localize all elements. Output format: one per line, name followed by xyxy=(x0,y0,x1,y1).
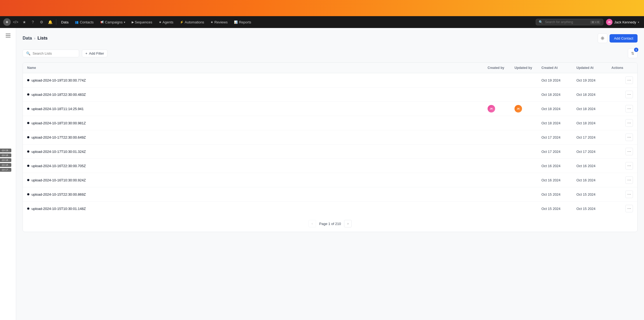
updated-at: Oct 15 2024 xyxy=(576,207,611,211)
actions-cell: ⋯ xyxy=(611,148,633,155)
created-at: Oct 17 2024 xyxy=(541,150,576,154)
header-actions: Add Contact xyxy=(598,33,638,43)
row-name: upload-2024-10-16T10:30:00.924Z xyxy=(27,178,488,182)
prev-page-button[interactable]: ‹ xyxy=(309,220,316,227)
more-actions-button[interactable]: ⋯ xyxy=(625,148,633,155)
search-lists-input[interactable] xyxy=(33,51,76,55)
edge-label-3: -10-18... xyxy=(0,158,11,162)
row-name: upload-2024-10-18T11:14:25.941 xyxy=(27,107,488,111)
more-actions-button[interactable]: ⋯ xyxy=(625,191,633,198)
nav-item-sequences[interactable]: ▶ Sequences xyxy=(129,19,155,25)
more-actions-button[interactable]: ⋯ xyxy=(625,105,633,112)
sidebar xyxy=(0,28,16,320)
table-row[interactable]: upload-2024-10-18T11:14:25.941JKJKOct 18… xyxy=(23,102,637,116)
more-actions-button[interactable]: ⋯ xyxy=(625,133,633,141)
actions-cell: ⋯ xyxy=(611,205,633,212)
bell-icon[interactable]: 🔔 xyxy=(46,18,54,26)
plus-button[interactable]: + xyxy=(3,18,11,26)
row-name: upload-2024-10-15T22:30:00.869Z xyxy=(27,192,488,196)
code-icon[interactable]: </> xyxy=(12,18,19,26)
sidebar-toggle[interactable] xyxy=(4,31,12,40)
more-actions-button[interactable]: ⋯ xyxy=(625,76,633,84)
created-at: Oct 18 2024 xyxy=(541,121,576,125)
user-menu[interactable]: JK Jack Kennedy ▾ xyxy=(604,18,641,26)
search-input[interactable] xyxy=(545,20,588,24)
edge-label-2: -10-18... xyxy=(0,153,11,157)
nav-item-contacts[interactable]: 👥 Contacts xyxy=(72,19,96,25)
updated-at: Oct 18 2024 xyxy=(576,121,611,125)
nav-item-automations[interactable]: ⚡ Automations xyxy=(177,19,207,25)
actions-cell: ⋯ xyxy=(611,133,633,141)
updated-at: Oct 17 2024 xyxy=(576,150,611,154)
search-icon: 🔍 xyxy=(26,51,30,55)
nav-item-reviews[interactable]: ★ Reviews xyxy=(208,19,230,25)
status-dot xyxy=(27,193,29,195)
table-row[interactable]: upload-2024-10-17T22:30:00.649ZOct 17 20… xyxy=(23,130,637,145)
col-created-by: Created by xyxy=(488,66,514,70)
nav-item-reports[interactable]: 📊 Reports xyxy=(231,19,254,25)
avatar: JK xyxy=(514,105,522,112)
edge-labels: -10-19... -10-18... -10-18... -10-18... … xyxy=(0,149,11,172)
more-actions-button[interactable]: ⋯ xyxy=(625,176,633,184)
updated-at: Oct 16 2024 xyxy=(576,178,611,182)
svg-point-3 xyxy=(602,38,603,39)
edge-label-1: -10-19... xyxy=(0,149,11,152)
col-updated-by: Updated by xyxy=(514,66,541,70)
updated-at: Oct 16 2024 xyxy=(576,164,611,168)
search-icon-nav: 🔍 xyxy=(539,20,543,24)
row-name: upload-2024-10-19T10:30:00.774Z xyxy=(27,78,488,82)
table-row[interactable]: upload-2024-10-16T22:30:00.705ZOct 16 20… xyxy=(23,159,637,173)
actions-cell: ⋯ xyxy=(611,105,633,112)
pagination: ‹ Page 1 of 210 › xyxy=(23,216,637,232)
settings-icon[interactable]: ⚙ xyxy=(38,18,45,26)
navigation-bar: + </> ★ ? ⚙ 🔔 Data 👥 Contacts 📢 Campaign… xyxy=(0,16,644,28)
table-row[interactable]: upload-2024-10-18T22:30:00.483ZOct 18 20… xyxy=(23,87,637,102)
created-at: Oct 15 2024 xyxy=(541,192,576,196)
table-row[interactable]: upload-2024-10-18T10:30:00.981ZOct 18 20… xyxy=(23,116,637,130)
svg-rect-0 xyxy=(6,34,10,34)
sort-button[interactable]: ⇅ 1 xyxy=(628,48,638,58)
row-name: upload-2024-10-17T10:30:01.324Z xyxy=(27,150,488,154)
updated-at: Oct 19 2024 xyxy=(576,78,611,82)
nav-item-campaigns[interactable]: 📢 Campaigns ▾ xyxy=(97,19,128,25)
settings-button[interactable] xyxy=(598,33,607,43)
filter-bar: 🔍 + Add Filter ⇅ 1 xyxy=(23,48,638,58)
avatar: JK xyxy=(606,19,612,25)
created-at: Oct 19 2024 xyxy=(541,78,576,82)
breadcrumb-root[interactable]: Data xyxy=(23,36,32,41)
created-at: Oct 18 2024 xyxy=(541,107,576,111)
add-contact-button[interactable]: Add Contact xyxy=(610,34,638,43)
star-icon-nav[interactable]: ★ xyxy=(20,18,28,26)
row-name: upload-2024-10-17T22:30:00.649Z xyxy=(27,135,488,139)
more-actions-button[interactable]: ⋯ xyxy=(625,91,633,98)
col-updated-at: Updated At xyxy=(576,66,611,70)
col-actions: Actions xyxy=(611,66,633,70)
more-actions-button[interactable]: ⋯ xyxy=(625,205,633,212)
row-name: upload-2024-10-18T22:30:00.483Z xyxy=(27,93,488,97)
global-search[interactable]: 🔍 ⌘ + K xyxy=(536,19,603,25)
nav-item-agents[interactable]: ★ Agents xyxy=(156,19,176,25)
created-at: Oct 16 2024 xyxy=(541,178,576,182)
search-lists-input-wrap[interactable]: 🔍 xyxy=(23,50,79,57)
nav-item-data[interactable]: Data xyxy=(58,19,71,25)
data-table: Name Created by Updated by Created At Up… xyxy=(23,62,638,232)
more-actions-button[interactable]: ⋯ xyxy=(625,119,633,127)
next-page-button[interactable]: › xyxy=(344,220,352,227)
updated-at: Oct 18 2024 xyxy=(576,93,611,97)
breadcrumb-current: Lists xyxy=(37,36,47,41)
col-name: Name xyxy=(27,66,488,70)
actions-cell: ⋯ xyxy=(611,191,633,198)
help-icon[interactable]: ? xyxy=(29,18,37,26)
status-dot xyxy=(27,179,29,181)
sort-icon: ⇅ xyxy=(631,51,634,55)
plus-icon: + xyxy=(85,51,88,55)
table-header: Name Created by Updated by Created At Up… xyxy=(23,63,637,73)
avatar: JK xyxy=(488,105,495,112)
more-actions-button[interactable]: ⋯ xyxy=(625,162,633,170)
table-row[interactable]: upload-2024-10-16T10:30:00.924ZOct 16 20… xyxy=(23,173,637,187)
table-row[interactable]: upload-2024-10-19T10:30:00.774ZOct 19 20… xyxy=(23,73,637,87)
table-row[interactable]: upload-2024-10-17T10:30:01.324ZOct 17 20… xyxy=(23,145,637,159)
table-row[interactable]: upload-2024-10-15T10:30:01.148ZOct 15 20… xyxy=(23,202,637,216)
add-filter-button[interactable]: + Add Filter xyxy=(82,50,107,57)
table-row[interactable]: upload-2024-10-15T22:30:00.869ZOct 15 20… xyxy=(23,187,637,202)
